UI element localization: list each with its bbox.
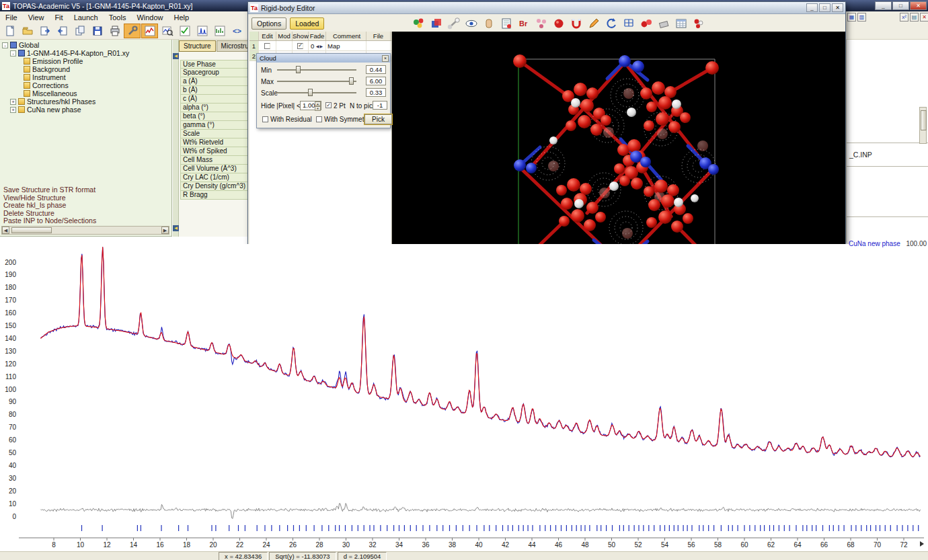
tree-node-miscellaneous[interactable]: Miscellaneous <box>24 89 129 97</box>
menu-help[interactable]: Help <box>169 13 195 22</box>
action-paste-inp[interactable]: Paste INP to Node/Selections <box>3 217 96 225</box>
molecule-icon[interactable] <box>533 16 550 31</box>
table-icon[interactable]: ▦ <box>847 13 856 22</box>
fade-spinner[interactable]: ◀▶ <box>316 44 323 48</box>
peaks-chart-icon[interactable] <box>194 24 210 38</box>
slider-thumb[interactable] <box>296 66 301 73</box>
two-pt-checkbox[interactable]: ✓ <box>325 102 332 108</box>
tree-node-file[interactable]: -1-GNM-4145-P4-Kapton_R01.xy <box>10 49 129 57</box>
table-icon[interactable] <box>672 16 690 31</box>
editor-title-bar[interactable]: Ta Rigid-body Editor _ □ ✕ <box>248 2 845 14</box>
param-wt-spiked[interactable]: Wt% of Spiked <box>180 147 249 156</box>
show-checkbox[interactable]: ✓ <box>297 43 303 49</box>
tree-node-cuna-phase[interactable]: +CuNa new phase <box>10 106 129 114</box>
eye-icon[interactable] <box>463 16 480 31</box>
editor-minimize-button[interactable]: _ <box>806 3 818 12</box>
cube-icon[interactable] <box>428 16 445 31</box>
param-r-bragg[interactable]: R Bragg <box>180 191 249 200</box>
print-icon[interactable] <box>106 24 123 38</box>
pick-button[interactable]: Pick <box>364 114 392 124</box>
notes-icon[interactable] <box>498 16 515 31</box>
menu-window[interactable]: Window <box>131 13 168 22</box>
export-icon[interactable] <box>54 24 71 38</box>
menu-view[interactable]: View <box>23 13 50 22</box>
tree-node-global[interactable]: -Global <box>2 41 129 49</box>
minimize-button[interactable]: _ <box>875 1 892 10</box>
tab-structure[interactable]: Structure <box>179 40 216 52</box>
menu-tools[interactable]: Tools <box>104 13 132 22</box>
rotate-icon[interactable] <box>603 16 620 31</box>
param-cry-density[interactable]: Cry Density (g/cm^3) <box>180 182 249 191</box>
action-save-str[interactable]: Save Structure in STR format <box>3 186 96 194</box>
options-button[interactable]: Options <box>252 17 286 30</box>
fit-wrench-icon[interactable] <box>124 24 141 38</box>
hkl-ticks-icon[interactable] <box>211 24 228 38</box>
eraser-icon[interactable] <box>655 16 672 31</box>
pencil-icon[interactable] <box>585 16 603 31</box>
open-icon[interactable] <box>19 24 36 38</box>
scroll-thumb[interactable] <box>921 110 927 130</box>
param-alpha[interactable]: alpha (°) <box>180 104 249 112</box>
param-spacegroup[interactable]: Spacegroup <box>180 69 249 77</box>
phase-legend[interactable]: CuNa new phase 100.00 % <box>849 240 928 247</box>
param-b[interactable]: b (Å) <box>180 86 249 95</box>
layers-icon[interactable]: ▤ <box>910 13 919 22</box>
code-icon[interactable]: <> <box>229 24 245 38</box>
sphere-pair-icon[interactable] <box>637 16 655 31</box>
tree-node-instrument[interactable]: Instrument <box>24 73 129 81</box>
tree-horizontal-scrollbar[interactable]: ◀ ▶ <box>1 226 169 235</box>
hand-icon[interactable] <box>480 16 498 31</box>
structure-balls-icon[interactable] <box>410 16 428 31</box>
scroll-down-arrow-icon[interactable]: ◀ <box>173 225 179 231</box>
file-cell[interactable] <box>366 41 391 50</box>
scroll-thumb[interactable] <box>11 227 52 233</box>
param-gamma[interactable]: gamma (°) <box>180 121 249 130</box>
max-value-field[interactable]: 6.00 <box>366 77 386 85</box>
editor-close-button[interactable]: ✕ <box>832 3 843 12</box>
new-file-icon[interactable] <box>1 24 18 38</box>
expand-icon[interactable]: + <box>10 107 16 113</box>
param-wt-rietveld[interactable]: Wt% Rietveld <box>180 138 249 147</box>
slider-thumb[interactable] <box>349 77 354 85</box>
min-value-field[interactable]: 0.44 <box>366 65 386 74</box>
hide-pixel-spinbox[interactable]: 1.00 ▲▼ <box>300 101 321 110</box>
tree-node-emission-profile[interactable]: Emission Profile <box>24 57 129 65</box>
cloud-close-icon[interactable]: × <box>382 55 389 62</box>
spin-down-icon[interactable]: ▼ <box>315 106 321 111</box>
grid-icon[interactable] <box>620 16 637 31</box>
edit-checkbox[interactable] <box>264 43 270 49</box>
editor-maximize-button[interactable]: □ <box>819 3 830 12</box>
tree-node-corrections[interactable]: Corrections <box>24 81 129 89</box>
cluster-icon[interactable] <box>690 16 707 31</box>
save-icon[interactable] <box>89 24 106 38</box>
zoom-chart-icon[interactable] <box>159 24 176 38</box>
param-cry-lac[interactable]: Cry LAC (1/cm) <box>180 173 249 182</box>
chart-icon[interactable]: ▥ <box>857 13 866 22</box>
scale-value-field[interactable]: 0.33 <box>366 88 386 97</box>
sphere-icon[interactable] <box>550 16 568 31</box>
collapse-icon[interactable]: - <box>10 50 16 56</box>
param-beta[interactable]: beta (°) <box>180 112 249 121</box>
tree-node-structures[interactable]: +Structures/hkl Phases <box>10 97 129 106</box>
duplicate-icon[interactable] <box>71 24 88 38</box>
menu-launch[interactable]: Launch <box>69 13 104 22</box>
param-a[interactable]: a (Å) <box>180 77 249 86</box>
bond-icon[interactable] <box>445 16 463 31</box>
param-cell-mass[interactable]: Cell Mass <box>180 156 249 165</box>
max-slider[interactable] <box>277 77 356 85</box>
spin-up-icon[interactable]: ▲ <box>315 102 321 106</box>
min-slider[interactable] <box>277 66 356 74</box>
with-residual-checkbox[interactable] <box>262 116 268 122</box>
maximize-button[interactable]: □ <box>892 1 909 10</box>
import-icon[interactable] <box>36 24 53 38</box>
slider-thumb[interactable] <box>308 89 313 96</box>
magnet-icon[interactable] <box>568 16 585 31</box>
n-to-pick-field[interactable]: -1 <box>373 101 387 110</box>
collapse-icon[interactable]: - <box>2 42 8 48</box>
select-chart-icon[interactable] <box>176 24 193 38</box>
scroll-left-icon[interactable]: ◀ <box>2 227 9 234</box>
close-button[interactable]: ✕ <box>910 1 927 10</box>
cloud-panel-title[interactable]: Cloud × <box>257 54 390 63</box>
diffraction-chart[interactable]: 0102030405060708090100110120130140150160… <box>0 244 928 551</box>
close-pane-icon[interactable]: ✕ <box>920 13 928 22</box>
